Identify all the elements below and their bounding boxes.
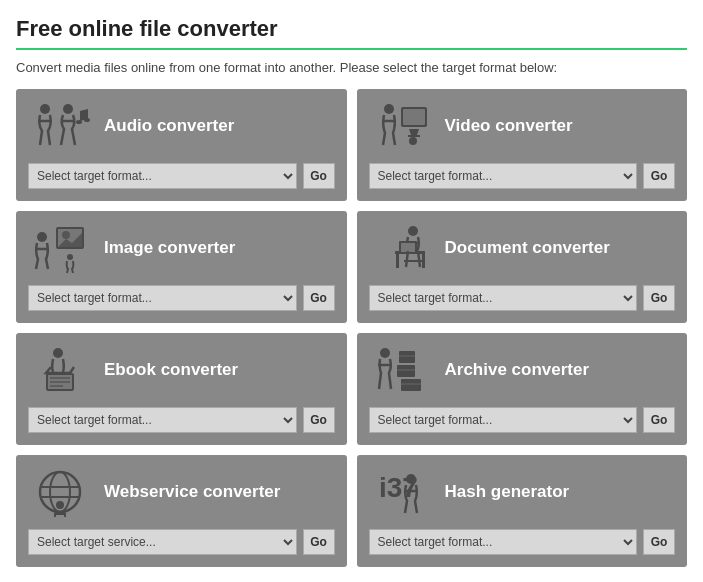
svg-point-1 (63, 104, 73, 114)
video-go-button[interactable]: Go (643, 163, 675, 189)
card-archive: Archive converterSelect target format...… (357, 333, 688, 445)
svg-rect-7 (408, 135, 420, 137)
webservice-icon (28, 465, 92, 519)
card-image: Image converterSelect target format...Go (16, 211, 347, 323)
webservice-go-button[interactable]: Go (303, 529, 335, 555)
card-controls-webservice: Select target service...Go (28, 529, 335, 555)
card-controls-hash: Select target format...Go (369, 529, 676, 555)
svg-point-2 (76, 120, 82, 124)
card-ebook: Ebook converterSelect target format...Go (16, 333, 347, 445)
hash-go-button[interactable]: Go (643, 529, 675, 555)
svg-rect-29 (397, 365, 415, 377)
video-icon (369, 99, 433, 153)
archive-go-button[interactable]: Go (643, 407, 675, 433)
card-controls-document: Select target format...Go (369, 285, 676, 311)
card-title-ebook: Ebook converter (104, 360, 238, 380)
card-header-ebook: Ebook converter (28, 343, 335, 397)
audio-icon (28, 99, 92, 153)
page-description: Convert media files online from one form… (16, 60, 687, 75)
ebook-icon (28, 343, 92, 397)
card-audio: Audio converterSelect target format...Go (16, 89, 347, 201)
svg-point-4 (384, 104, 394, 114)
svg-point-0 (40, 104, 50, 114)
ebook-format-select[interactable]: Select target format... (28, 407, 297, 433)
hash-format-select[interactable]: Select target format... (369, 529, 638, 555)
card-title-document: Document converter (445, 238, 610, 258)
card-document: Document converterSelect target format..… (357, 211, 688, 323)
svg-point-14 (408, 226, 418, 236)
card-header-audio: Audio converter (28, 99, 335, 153)
svg-rect-18 (396, 254, 399, 268)
image-go-button[interactable]: Go (303, 285, 335, 311)
card-webservice: Webservice converterSelect target servic… (16, 455, 347, 567)
svg-rect-19 (422, 254, 425, 268)
svg-point-13 (67, 254, 73, 260)
card-header-archive: Archive converter (369, 343, 676, 397)
card-header-webservice: Webservice converter (28, 465, 335, 519)
document-go-button[interactable]: Go (643, 285, 675, 311)
card-title-webservice: Webservice converter (104, 482, 280, 502)
card-header-hash: i37 Hash generator (369, 465, 676, 519)
svg-point-9 (37, 232, 47, 242)
card-title-hash: Hash generator (445, 482, 570, 502)
svg-rect-31 (401, 379, 421, 391)
svg-point-20 (53, 348, 63, 358)
image-icon (28, 221, 92, 275)
svg-point-37 (56, 501, 64, 509)
card-title-archive: Archive converter (445, 360, 590, 380)
card-header-video: Video converter (369, 99, 676, 153)
svg-point-12 (62, 231, 70, 239)
svg-rect-27 (399, 351, 415, 363)
card-title-audio: Audio converter (104, 116, 234, 136)
image-format-select[interactable]: Select target format... (28, 285, 297, 311)
hash-icon: i37 (369, 465, 433, 519)
card-controls-archive: Select target format...Go (369, 407, 676, 433)
card-controls-image: Select target format...Go (28, 285, 335, 311)
card-title-video: Video converter (445, 116, 573, 136)
archive-icon (369, 343, 433, 397)
card-controls-audio: Select target format...Go (28, 163, 335, 189)
archive-format-select[interactable]: Select target format... (369, 407, 638, 433)
audio-format-select[interactable]: Select target format... (28, 163, 297, 189)
svg-rect-17 (401, 243, 415, 252)
document-format-select[interactable]: Select target format... (369, 285, 638, 311)
svg-rect-6 (403, 109, 425, 125)
webservice-format-select[interactable]: Select target service... (28, 529, 297, 555)
video-format-select[interactable]: Select target format... (369, 163, 638, 189)
card-hash: i37 Hash generatorSelect target format..… (357, 455, 688, 567)
svg-point-3 (84, 118, 90, 122)
document-icon (369, 221, 433, 275)
audio-go-button[interactable]: Go (303, 163, 335, 189)
page-title: Free online file converter (16, 16, 687, 42)
ebook-go-button[interactable]: Go (303, 407, 335, 433)
card-controls-ebook: Select target format...Go (28, 407, 335, 433)
card-header-document: Document converter (369, 221, 676, 275)
svg-point-8 (409, 137, 417, 145)
card-controls-video: Select target format...Go (369, 163, 676, 189)
card-video: Video converterSelect target format...Go (357, 89, 688, 201)
card-title-image: Image converter (104, 238, 235, 258)
svg-point-26 (380, 348, 390, 358)
converter-grid: Audio converterSelect target format...Go… (16, 89, 687, 567)
card-header-image: Image converter (28, 221, 335, 275)
svg-text:i37: i37 (379, 472, 418, 503)
title-divider (16, 48, 687, 50)
